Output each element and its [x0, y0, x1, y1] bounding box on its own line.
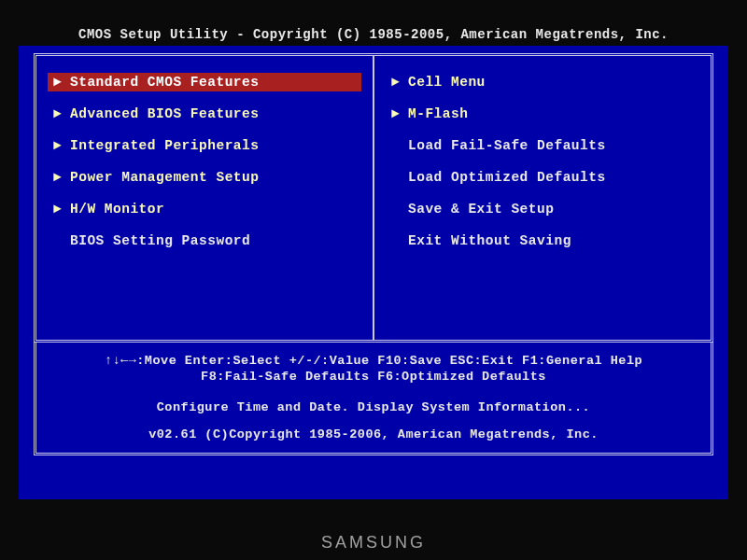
menu-item-m-flash[interactable]: ►M-Flash — [386, 105, 699, 123]
menu-item-load-optimized-defaults[interactable]: Load Optimized Defaults — [386, 168, 699, 187]
menu-item-label: Standard CMOS Features — [70, 75, 259, 90]
menu-item-save-exit-setup[interactable]: Save & Exit Setup — [386, 200, 699, 218]
menu-item-label: Load Optimized Defaults — [408, 170, 606, 185]
menu-item-label: Integrated Peripherals — [70, 138, 259, 153]
arrow-right-icon: ► — [391, 106, 408, 121]
menu-item-integrated-peripherals[interactable]: ►Integrated Peripherals — [48, 136, 361, 155]
help-keys-line2: F8:Fail-Safe Defaults F6:Optimized Defau… — [53, 370, 694, 384]
arrow-right-icon: ► — [53, 202, 70, 217]
menu-item-label: Exit Without Saving — [408, 233, 571, 248]
help-box: ↑↓←→:Move Enter:Select +/-/:Value F10:Sa… — [34, 343, 713, 455]
bios-screen: CMOS Setup Utility - Copyright (C) 1985-… — [19, 23, 728, 499]
menu-column-right: ►Cell Menu►M-FlashLoad Fail-Safe Default… — [374, 56, 711, 340]
menu-column-left: ►Standard CMOS Features►Advanced BIOS Fe… — [36, 56, 374, 340]
bios-header: CMOS Setup Utility - Copyright (C) 1985-… — [19, 23, 728, 46]
arrow-right-icon: ► — [53, 138, 70, 153]
main-menu-box: ►Standard CMOS Features►Advanced BIOS Fe… — [34, 53, 713, 343]
menu-item-label: H/W Monitor — [70, 202, 164, 217]
arrow-right-icon: ► — [53, 75, 70, 90]
menu-item-standard-cmos-features[interactable]: ►Standard CMOS Features — [48, 73, 361, 91]
menu-item-label: BIOS Setting Password — [70, 233, 250, 248]
monitor-brand-label: SAMSUNG — [321, 533, 426, 553]
menu-item-label: Power Management Setup — [70, 170, 259, 185]
menu-item-exit-without-saving[interactable]: Exit Without Saving — [386, 231, 699, 250]
bios-version-copyright: v02.61 (C)Copyright 1985-2006, American … — [53, 427, 694, 441]
arrow-right-icon: ► — [391, 75, 408, 90]
menu-item-bios-setting-password[interactable]: BIOS Setting Password — [48, 231, 361, 250]
menu-item-advanced-bios-features[interactable]: ►Advanced BIOS Features — [48, 105, 361, 123]
menu-item-h-w-monitor[interactable]: ►H/W Monitor — [48, 200, 361, 218]
menu-item-label: Load Fail-Safe Defaults — [408, 138, 606, 153]
menu-item-cell-menu[interactable]: ►Cell Menu — [386, 73, 699, 91]
item-description: Configure Time and Date. Display System … — [53, 400, 694, 414]
menu-item-label: Cell Menu — [408, 75, 486, 90]
arrow-right-icon: ► — [53, 170, 70, 185]
menu-item-power-management-setup[interactable]: ►Power Management Setup — [48, 168, 361, 187]
arrow-right-icon: ► — [53, 106, 70, 121]
menu-item-load-fail-safe-defaults[interactable]: Load Fail-Safe Defaults — [386, 136, 699, 155]
menu-item-label: Advanced BIOS Features — [70, 106, 259, 121]
help-keys-line1: ↑↓←→:Move Enter:Select +/-/:Value F10:Sa… — [53, 354, 694, 368]
menu-item-label: Save & Exit Setup — [408, 202, 554, 217]
menu-item-label: M-Flash — [408, 106, 468, 121]
bios-title: CMOS Setup Utility - Copyright (C) 1985-… — [78, 27, 669, 42]
